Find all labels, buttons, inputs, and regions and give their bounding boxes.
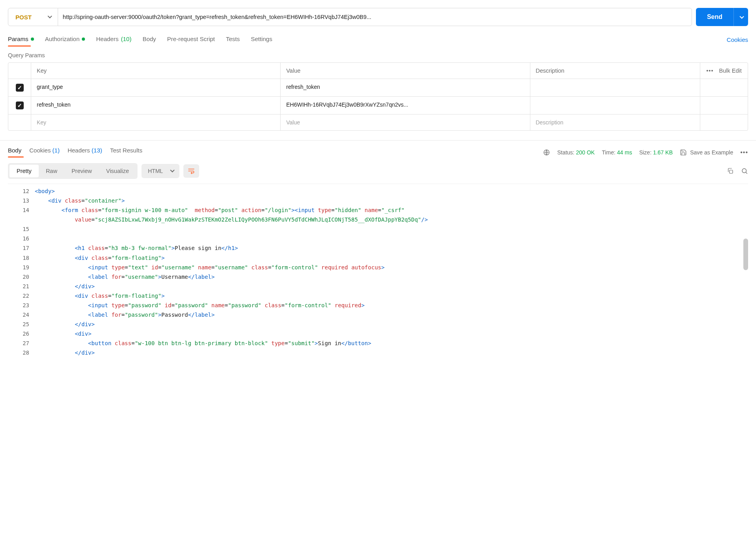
tab-headers-label: Headers (96, 36, 119, 42)
size-meta: Size: 1.67 KB (639, 149, 673, 156)
tab-authorization-label: Authorization (45, 36, 80, 42)
param-key-placeholder[interactable]: Key (31, 115, 281, 130)
line-wrap-button[interactable] (183, 164, 199, 178)
tab-headers[interactable]: Headers (10) (96, 33, 131, 46)
status-label: Status: (557, 149, 575, 156)
status-value: 200 OK (576, 149, 594, 156)
tab-params[interactable]: Params (8, 33, 34, 46)
chevron-down-icon (47, 14, 52, 18)
response-tab-headers[interactable]: Headers (13) (68, 147, 102, 158)
format-label: HTML (148, 168, 163, 174)
response-body-code[interactable]: 121314 1516171819202122232425262728 <bod… (8, 184, 748, 360)
response-headers-count: (13) (92, 147, 102, 154)
more-options-icon[interactable]: ••• (706, 68, 713, 74)
response-tab-headers-label: Headers (68, 147, 90, 154)
header-check-col (8, 63, 31, 79)
param-value-cell[interactable]: EH6WIHh-16RVqbJ74Ej3w0B9rXwYZsn7qn2vs... (281, 97, 530, 114)
param-key-cell[interactable]: grant_type (31, 79, 281, 96)
copy-icon[interactable] (727, 167, 734, 175)
more-options-icon[interactable]: ••• (740, 149, 748, 156)
code-content[interactable]: <body> <div class="container"> <form cla… (35, 184, 748, 360)
scrollbar-thumb[interactable] (743, 239, 748, 270)
headers-count: (10) (121, 36, 132, 42)
active-indicator-dot (31, 38, 34, 41)
save-icon (680, 149, 687, 156)
active-indicator-dot (82, 38, 85, 41)
header-key: Key (31, 63, 281, 79)
globe-icon[interactable] (543, 149, 550, 156)
tab-prerequest[interactable]: Pre-request Script (167, 33, 215, 46)
check-icon: ✓ (17, 85, 22, 90)
tab-authorization[interactable]: Authorization (45, 33, 85, 46)
response-tab-body[interactable]: Body (8, 147, 21, 158)
save-example-label: Save as Example (690, 149, 733, 156)
status-meta: Status: 200 OK (557, 149, 595, 156)
tab-params-label: Params (8, 36, 28, 42)
search-icon[interactable] (741, 167, 748, 175)
response-tab-cookies[interactable]: Cookies (1) (29, 147, 60, 158)
bulk-edit-link[interactable]: Bulk Edit (719, 68, 742, 74)
query-params-title: Query Params (8, 52, 748, 58)
time-label: Time: (602, 149, 615, 156)
send-button-label: Send (696, 8, 733, 26)
check-icon: ✓ (17, 103, 22, 108)
size-label: Size: (639, 149, 651, 156)
response-tab-cookies-label: Cookies (29, 147, 51, 154)
view-pretty-button[interactable]: Pretty (9, 165, 39, 177)
svg-rect-1 (730, 170, 733, 173)
send-button[interactable]: Send (696, 8, 748, 26)
param-value-cell[interactable]: refresh_token (281, 79, 530, 96)
line-number-gutter: 121314 1516171819202122232425262728 (8, 184, 35, 360)
time-value: 44 ms (617, 149, 632, 156)
param-desc-cell[interactable] (530, 79, 701, 96)
cookies-count: (1) (53, 147, 60, 154)
row-checkbox[interactable]: ✓ (16, 101, 24, 109)
chevron-down-icon (739, 14, 744, 19)
size-value: 1.67 KB (653, 149, 673, 156)
cookies-link[interactable]: Cookies (727, 36, 748, 43)
response-format-select[interactable]: HTML (141, 164, 179, 178)
view-mode-toggle: Pretty Raw Preview Visualize (8, 163, 138, 179)
save-as-example-button[interactable]: Save as Example (680, 149, 733, 156)
tab-tests[interactable]: Tests (226, 33, 240, 46)
header-value: Value (281, 63, 530, 79)
view-raw-button[interactable]: Raw (39, 165, 64, 177)
wrap-icon (187, 167, 195, 175)
svg-point-2 (742, 169, 747, 173)
response-tab-test-results[interactable]: Test Results (110, 147, 142, 158)
table-row: ✓ grant_type refresh_token (8, 79, 748, 97)
param-key-cell[interactable]: refresh_token (31, 97, 281, 114)
url-input[interactable]: http://spring-oauth-server:9000/oauth2/t… (58, 8, 692, 26)
row-checkbox[interactable]: ✓ (16, 84, 24, 92)
param-desc-cell[interactable] (530, 97, 701, 114)
param-value-placeholder[interactable]: Value (281, 115, 530, 130)
tab-settings[interactable]: Settings (251, 33, 272, 46)
chevron-down-icon (170, 168, 175, 172)
table-row: ✓ refresh_token EH6WIHh-16RVqbJ74Ej3w0B9… (8, 97, 748, 115)
http-method-label: POST (15, 14, 32, 21)
param-desc-placeholder[interactable]: Description (530, 115, 701, 130)
query-params-table: Key Value Description ••• Bulk Edit ✓ gr… (8, 62, 748, 131)
tab-body[interactable]: Body (143, 33, 156, 46)
view-preview-button[interactable]: Preview (64, 165, 99, 177)
header-description: Description (530, 63, 701, 79)
http-method-select[interactable]: POST (8, 8, 58, 26)
send-dropdown[interactable] (734, 14, 748, 20)
time-meta: Time: 44 ms (602, 149, 632, 156)
table-row-empty: Key Value Description (8, 115, 748, 130)
view-visualize-button[interactable]: Visualize (99, 165, 136, 177)
